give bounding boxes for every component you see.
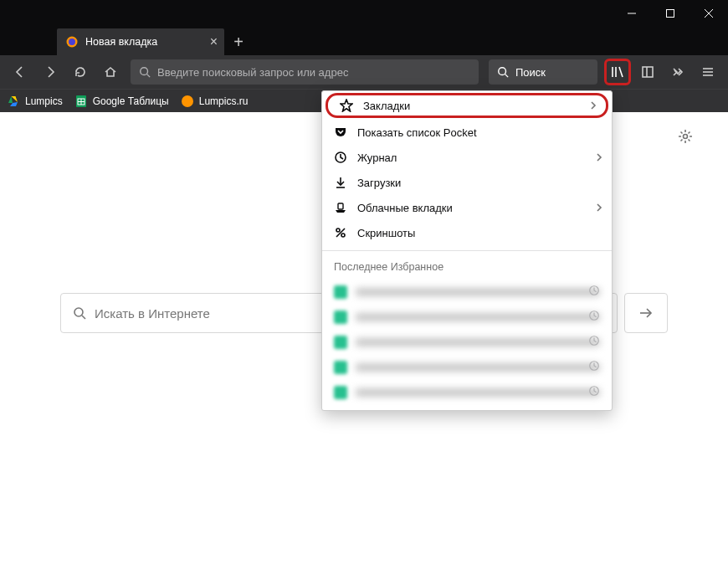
forward-button[interactable] [37,59,64,85]
bookmark-item-lumpics[interactable]: Lumpics [7,95,63,108]
home-button[interactable] [97,59,124,85]
svg-rect-13 [643,67,653,77]
recent-item-label [356,363,600,372]
site-icon [334,361,347,374]
newtab-search-placeholder: Искать в Интернете [95,306,210,321]
recent-item[interactable] [322,280,612,305]
recent-item[interactable] [322,330,612,355]
recent-item[interactable] [322,305,612,330]
svg-line-12 [619,67,623,77]
star-icon [340,99,353,112]
synced-tabs-icon [334,201,347,214]
svg-line-29 [82,316,85,319]
customize-gear-icon[interactable] [678,129,693,147]
pocket-icon [334,126,347,139]
svg-marker-31 [341,100,352,111]
bookmark-label: Google Таблицы [93,95,169,107]
bookmark-item-sheets[interactable]: Google Таблицы [74,95,169,108]
search-icon [497,66,509,78]
panel-item-label: Загрузки [357,177,401,189]
sidebar-button[interactable] [634,59,661,85]
hamburger-menu-button[interactable] [695,59,721,85]
panel-item-screenshots[interactable]: Скриншоты [322,220,612,245]
svg-line-9 [505,74,509,78]
search-icon [73,306,86,320]
history-icon [588,360,600,375]
nav-toolbar: Введите поисковый запрос или адрес Поиск [0,55,728,89]
url-placeholder: Введите поисковый запрос или адрес [157,66,348,79]
svg-point-8 [499,68,506,75]
screenshot-icon [334,226,347,239]
firefox-icon [65,35,79,49]
panel-recent-heading: Последнее Избранное [322,256,612,280]
window-minimize-button[interactable] [613,0,651,27]
drive-icon [7,95,20,108]
recent-item-label [356,338,600,346]
panel-item-label: Показать список Pocket [357,126,477,139]
history-icon [588,385,600,400]
svg-rect-1 [667,10,674,18]
download-icon [334,176,347,189]
tab-strip: Новая вкладка × + [0,27,728,55]
newtab-search-submit[interactable] [624,293,668,333]
svg-point-5 [69,38,75,45]
new-tab-button[interactable]: + [224,28,253,55]
panel-item-synced-tabs[interactable]: Облачные вкладки [322,195,612,220]
panel-item-history[interactable]: Журнал [322,145,612,170]
panel-separator [322,250,612,251]
recent-item[interactable] [322,355,612,380]
svg-marker-20 [8,96,13,103]
svg-point-36 [336,228,340,232]
site-icon [334,386,347,399]
tab-active[interactable]: Новая вкладка × [57,28,224,55]
svg-point-27 [684,135,688,139]
window-titlebar [0,0,728,27]
history-icon [588,310,600,325]
library-panel: Закладки Показать список Pocket Журнал З… [321,90,613,411]
panel-item-label: Скриншоты [357,227,415,239]
svg-point-37 [341,234,345,237]
recent-item[interactable] [322,380,612,405]
site-icon [334,336,347,349]
sheets-icon [74,95,88,108]
back-button[interactable] [7,59,33,85]
search-placeholder: Поиск [515,66,546,79]
panel-item-label: Облачные вкладки [357,202,453,214]
svg-marker-19 [12,96,18,102]
tab-title: Новая вкладка [85,36,157,48]
panel-item-label: Журнал [357,151,397,164]
history-icon [588,335,600,350]
history-icon [588,285,600,300]
panel-item-downloads[interactable]: Загрузки [322,170,612,195]
svg-rect-35 [338,203,343,209]
svg-point-26 [182,95,193,107]
url-bar[interactable]: Введите поисковый запрос или адрес [131,59,479,85]
search-bar[interactable]: Поиск [489,59,597,85]
panel-item-bookmarks[interactable]: Закладки [326,93,608,118]
chevron-right-icon [595,151,603,164]
site-icon [181,95,194,108]
panel-item-pocket[interactable]: Показать список Pocket [322,120,612,145]
svg-line-7 [147,74,151,78]
recent-item-label [356,288,600,296]
history-icon [334,151,347,164]
svg-point-6 [141,68,148,75]
reload-button[interactable] [67,59,94,85]
chevron-right-icon [589,100,597,112]
site-icon [334,285,347,299]
panel-item-label: Закладки [363,100,410,112]
tab-close-icon[interactable]: × [210,35,218,49]
bookmark-label: Lumpics.ru [199,95,249,107]
search-icon [139,66,151,78]
svg-line-38 [336,228,345,237]
site-icon [334,311,347,324]
window-maximize-button[interactable] [651,0,690,27]
overflow-button[interactable] [664,59,691,85]
bookmark-label: Lumpics [25,95,63,107]
bookmark-item-lumpicsru[interactable]: Lumpics.ru [181,95,249,108]
library-button[interactable] [604,59,631,85]
chevron-right-icon [595,202,603,214]
recent-item-label [356,388,600,397]
window-close-button[interactable] [690,0,728,27]
svg-point-28 [74,308,83,316]
